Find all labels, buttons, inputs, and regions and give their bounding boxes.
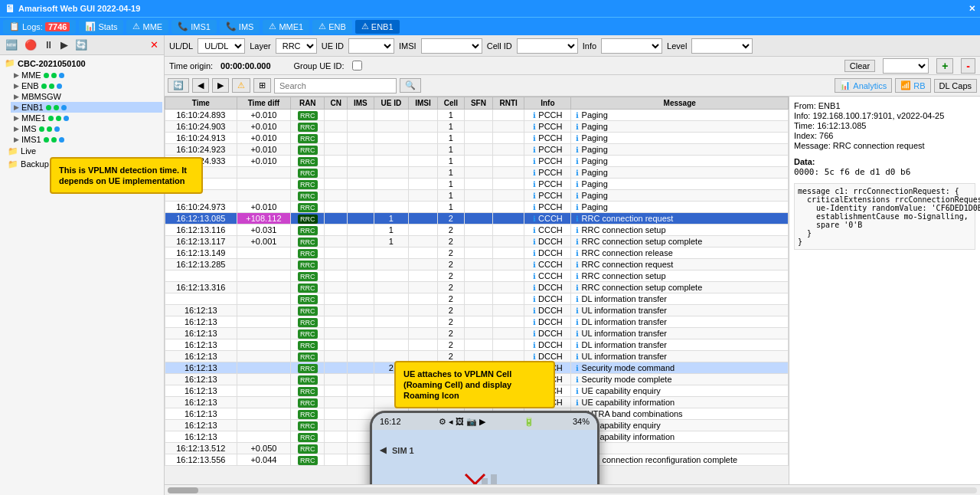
group-ue-checkbox[interactable] [352,61,362,70]
search-icon-btn[interactable]: 🔍 [400,78,421,93]
play-btn[interactable]: ▶ [58,38,70,51]
imsi-label: IMSI [399,41,416,51]
ue-id-select[interactable] [348,38,394,54]
col-message: Message [571,97,789,110]
index-line: Index: 766 [794,131,975,140]
sidebar-item-enb1[interactable]: ▶ ENB1 [11,102,162,113]
col-ran: RAN [291,97,325,110]
layer-select[interactable]: RRC [276,38,317,54]
tree-arrow: ▶ [14,103,19,111]
sim-label: SIM 1 [392,446,414,455]
svg-rect-3 [491,474,497,484]
clear-button[interactable]: Clear [844,60,875,72]
mme1-menu[interactable]: ⚠ MME1 [263,20,309,34]
table-row[interactable]: RRC1ℹ PCCHℹ Paging [165,190,789,202]
bottom-scrollbar[interactable] [165,484,980,495]
sidebar-close-btn[interactable]: ✕ [148,38,161,51]
mme-menu[interactable]: ⚠ MME [126,20,168,34]
dl-caps-btn[interactable]: DL Caps [934,79,977,93]
table-row[interactable]: 16:10:24.903+0.010RRC1ℹ PCCHℹ Paging [165,121,789,133]
table-row[interactable]: 16:12:13RRC2ℹ DCCHℹ DL information trans… [165,316,789,328]
message-line: Message: RRC connection request [794,141,975,150]
log-table-wrap[interactable]: Time Time diff RAN CN IMS UE ID IMSI Cel… [165,97,789,484]
sidebar-item-ims1[interactable]: ▶ IMS1 [11,134,162,145]
close-icon-btn[interactable]: 🔴 [22,38,39,51]
rb-btn[interactable]: 📶 RB [895,78,930,93]
back-arrow[interactable]: ◀ [380,445,386,455]
ul-dl-select[interactable]: UL/DL [198,38,245,54]
forward-btn[interactable]: ▶ [212,78,229,93]
tree-root[interactable]: 📁 CBC-2021050100 [2,57,162,70]
ims1-menu[interactable]: 📞 IMS1 [172,20,217,34]
pause-btn[interactable]: ⏸ [41,38,56,51]
time-origin-value: 00:00:00.000 [220,61,270,70]
table-row[interactable]: 16:12:13.285RRC2ℹ CCCHℹ RRC connection r… [165,259,789,270]
add-filter-btn[interactable]: + [936,58,953,74]
content-area: Time Time diff RAN CN IMS UE ID IMSI Cel… [165,97,980,484]
search-input[interactable] [274,78,397,93]
info-select[interactable] [601,38,662,54]
close-btn[interactable]: ✕ [969,4,975,14]
sidebar-item-mme1[interactable]: ▶ MME1 [11,113,162,123]
cell-id-label: Cell ID [487,41,512,51]
remove-filter-btn[interactable]: - [961,58,975,74]
logs-menu[interactable]: 📋 Logs: 7746 [3,20,76,34]
imsi-select[interactable] [421,38,482,54]
sidebar-item-enb[interactable]: ▶ ENB [11,80,162,91]
extra-select[interactable] [883,58,929,74]
table-row[interactable]: 16:12:13RRC2ℹ DCCHℹ DL information trans… [165,339,789,351]
stats-menu[interactable]: 📊 Stats [79,20,123,34]
back-btn[interactable]: ◀ [192,78,209,93]
status-dot-g10 [47,126,52,132]
enb-menu[interactable]: ⚠ ENB [312,20,352,34]
refresh-btn[interactable]: 🔄 [168,78,189,93]
table-row[interactable]: 16:12:13.085+108.112RRC12ℹ CCCHℹ RRC con… [165,213,789,225]
table-row[interactable]: RRC2ℹ DCCHℹ DL information transfer [165,293,789,305]
new-btn[interactable]: 🆕 [3,38,20,51]
level-select[interactable] [691,38,753,54]
svg-rect-2 [482,478,488,484]
table-row[interactable]: 16:10:24.973+0.010RRC1ℹ PCCHℹ Paging [165,202,789,213]
table-row[interactable]: 16:12:13.149RRC2ℹ DCCHℹ RRC connection r… [165,248,789,259]
analytics-btn[interactable]: 📊 Analytics [835,78,892,93]
status-dot-g5 [46,105,51,110]
phone-statusbar: 16:12 ⚙ ◂ 🖼 📷 ▶ 🔋 34% [372,413,597,430]
live-section[interactable]: 📁 Live [2,145,162,158]
refresh-btn[interactable]: 🔄 [73,38,90,51]
table-row[interactable]: 16:12:13RRC2ℹ DCCHℹ UL information trans… [165,328,789,339]
sidebar-item-mme[interactable]: ▶ MME [11,70,162,80]
sidebar-item-ims[interactable]: ▶ IMS [11,123,162,134]
table-header-row: Time Time diff RAN CN IMS UE ID IMSI Cel… [165,97,789,110]
col-sfn: SFN [464,97,492,110]
status-dot-green2 [51,73,57,78]
table-row[interactable]: RRC1ℹ PCCHℹ Paging [165,179,789,190]
tree-group: ▶ MME ▶ ENB ▶ MBMSGW [11,70,162,145]
table-row[interactable]: 16:10:24.893+0.010RRC1ℹ PCCHℹ Paging [165,110,789,121]
actionbar: 🔄 ◀ ▶ ⚠ ⊞ 🔍 📊 Analytics 📶 RB DL Caps [165,75,980,97]
table-row[interactable]: 16:12:13.316RRC2ℹ DCCHℹ RRC connection s… [165,282,789,293]
ims-menu[interactable]: 📞 IMS [220,20,260,34]
col-ims: IMS [348,97,374,110]
table-row[interactable]: 16:12:13RRC2ℹ DCCHℹ UL information trans… [165,305,789,316]
table-row[interactable]: RRC1ℹ PCCHℹ Paging [165,167,789,179]
status-dot-b4 [64,116,69,121]
table-row[interactable]: 16:10:24.933+0.010RRC1ℹ PCCHℹ Paging [165,156,789,167]
sidebar-item-mbmsgw[interactable]: ▶ MBMSGW [11,91,162,102]
grid-btn[interactable]: ⊞ [253,78,271,93]
table-row[interactable]: 16:12:13.116+0.031RRC12ℹ CCCHℹ RRC conne… [165,225,789,236]
col-time: Time [165,97,237,110]
status-dot-b6 [59,137,64,143]
phone-screen: 16:12 ⚙ ◂ 🖼 📷 ▶ 🔋 34% ◀ SIM 1 [372,413,597,484]
app-title: Amarisoft Web GUI 2022-04-19 [18,4,140,13]
enb1-menu[interactable]: ⚠ ENB1 [355,20,400,34]
warning-btn[interactable]: ⚠ [232,78,250,93]
filterbar: UL/DL UL/DL Layer RRC UE ID IMSI Cell ID… [165,35,980,57]
table-row[interactable]: 16:10:24.913+0.010RRC1ℹ PCCHℹ Paging [165,133,789,144]
status-dot-g6 [54,105,59,110]
cell-id-select[interactable] [517,38,578,54]
table-row[interactable]: RRC2ℹ CCCHℹ RRC connection setup [165,270,789,282]
table-row[interactable]: 16:10:24.923+0.010RRC1ℹ PCCHℹ Paging [165,144,789,156]
table-row[interactable]: 16:12:13.117+0.001RRC12ℹ DCCHℹ RRC conne… [165,236,789,248]
phone-overlay: 16:12 ⚙ ◂ 🖼 📷 ▶ 🔋 34% ◀ SIM 1 [370,411,599,484]
sidebar: 🆕 🔴 ⏸ ▶ 🔄 ✕ 📁 CBC-2021050100 ▶ MME [0,35,165,495]
